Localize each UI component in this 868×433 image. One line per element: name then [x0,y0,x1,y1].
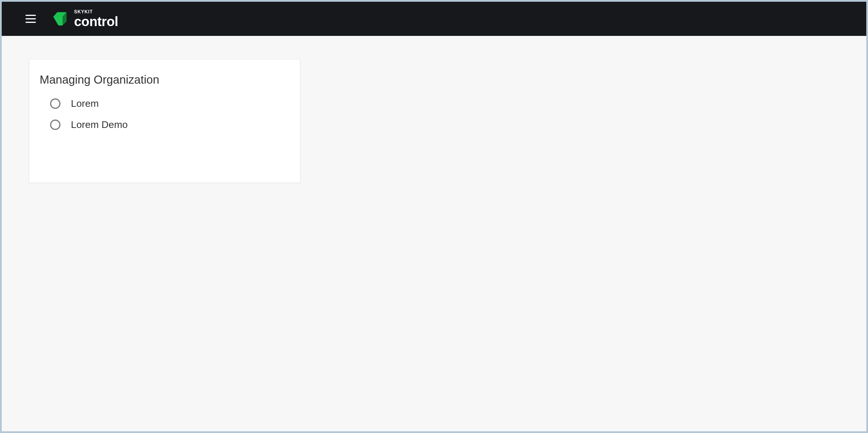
radio-unchecked-icon [50,98,60,109]
card-title: Managing Organization [40,73,290,86]
menu-line [26,18,36,20]
organization-radio-label: Lorem Demo [71,119,128,130]
managing-organization-card: Managing Organization Lorem Lorem Demo [29,59,300,183]
brand-text: SKYKIT control [74,9,118,28]
menu-line [26,22,36,23]
app-header: SKYKIT control [2,2,866,36]
radio-unchecked-icon [50,120,60,130]
main-content: Managing Organization Lorem Lorem Demo [2,36,866,431]
brand-logo[interactable]: SKYKIT control [53,9,118,28]
hamburger-menu-icon[interactable] [26,15,36,23]
organization-radio-item[interactable]: Lorem [50,98,290,109]
brand-name-small: SKYKIT [74,9,118,14]
logo-mark-icon [53,10,70,27]
app-frame: SKYKIT control Managing Organization Lor… [0,0,868,433]
brand-name-large: control [74,15,118,28]
organization-radio-list: Lorem Lorem Demo [40,98,290,130]
menu-line [26,15,36,16]
svg-marker-2 [53,17,62,26]
organization-radio-label: Lorem [71,98,99,109]
organization-radio-item[interactable]: Lorem Demo [50,119,290,130]
